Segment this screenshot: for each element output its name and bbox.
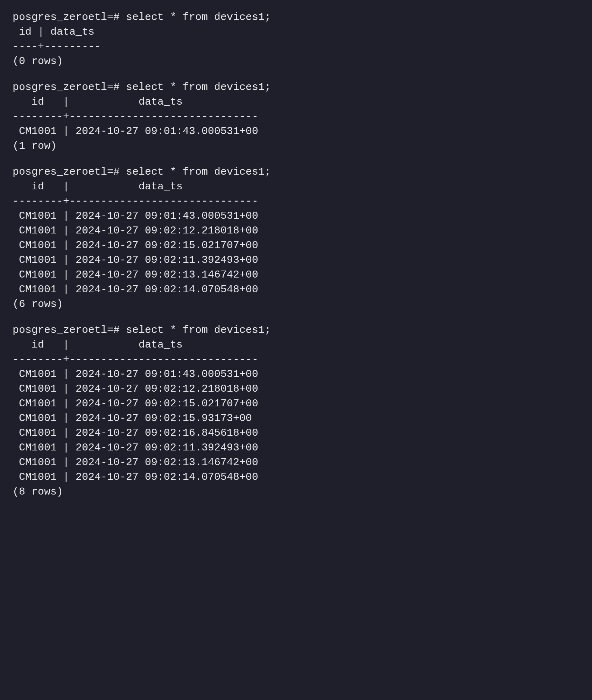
result-row: CM1001 | 2024-10-27 09:01:43.000531+00 — [13, 124, 579, 139]
result-header: id | data_ts — [13, 179, 579, 194]
result-row: CM1001 | 2024-10-27 09:02:13.146742+00 — [13, 267, 579, 282]
result-row: CM1001 | 2024-10-27 09:02:14.070548+00 — [13, 282, 579, 297]
result-divider: ----+--------- — [13, 39, 579, 54]
prompt-line: posgres_zeroetl=# select * from devices1… — [13, 80, 579, 94]
sql-command: select * from devices1; — [120, 11, 271, 23]
sql-command: select * from devices1; — [120, 166, 271, 178]
result-row: CM1001 | 2024-10-27 09:02:12.218018+00 — [13, 223, 579, 238]
sql-command: select * from devices1; — [120, 81, 271, 93]
prompt-line: posgres_zeroetl=# select * from devices1… — [13, 10, 579, 24]
result-row: CM1001 | 2024-10-27 09:02:15.93173+00 — [13, 411, 579, 426]
result-header: id | data_ts — [13, 94, 579, 109]
result-divider: --------+------------------------------ — [13, 352, 579, 367]
query-block: posgres_zeroetl=# select * from devices1… — [13, 80, 579, 153]
result-row: CM1001 | 2024-10-27 09:02:11.392493+00 — [13, 253, 579, 267]
result-rowcount: (1 row) — [13, 139, 579, 153]
result-row: CM1001 | 2024-10-27 09:02:13.146742+00 — [13, 455, 579, 470]
query-block: posgres_zeroetl=# select * from devices1… — [13, 164, 579, 312]
query-block: posgres_zeroetl=# select * from devices1… — [13, 10, 579, 69]
result-header: id | data_ts — [13, 24, 579, 39]
sql-command: select * from devices1; — [120, 324, 271, 336]
result-header: id | data_ts — [13, 337, 579, 352]
terminal-output: posgres_zeroetl=# select * from devices1… — [0, 0, 592, 520]
result-row: CM1001 | 2024-10-27 09:02:11.392493+00 — [13, 440, 579, 455]
result-divider: --------+------------------------------ — [13, 109, 579, 124]
result-row: CM1001 | 2024-10-27 09:02:12.218018+00 — [13, 382, 579, 396]
result-rowcount: (8 rows) — [13, 484, 579, 499]
result-row: CM1001 | 2024-10-27 09:02:15.021707+00 — [13, 396, 579, 411]
result-row: CM1001 | 2024-10-27 09:01:43.000531+00 — [13, 209, 579, 223]
sql-prompt: posgres_zeroetl=# — [13, 324, 120, 336]
query-block: posgres_zeroetl=# select * from devices1… — [13, 323, 579, 499]
result-row: CM1001 | 2024-10-27 09:01:43.000531+00 — [13, 367, 579, 382]
result-rowcount: (6 rows) — [13, 297, 579, 312]
sql-prompt: posgres_zeroetl=# — [13, 11, 120, 23]
prompt-line: posgres_zeroetl=# select * from devices1… — [13, 323, 579, 337]
result-rowcount: (0 rows) — [13, 54, 579, 69]
sql-prompt: posgres_zeroetl=# — [13, 166, 120, 178]
sql-prompt: posgres_zeroetl=# — [13, 81, 120, 93]
result-row: CM1001 | 2024-10-27 09:02:14.070548+00 — [13, 470, 579, 484]
result-row: CM1001 | 2024-10-27 09:02:15.021707+00 — [13, 238, 579, 253]
result-row: CM1001 | 2024-10-27 09:02:16.845618+00 — [13, 426, 579, 440]
result-divider: --------+------------------------------ — [13, 194, 579, 209]
prompt-line: posgres_zeroetl=# select * from devices1… — [13, 164, 579, 179]
